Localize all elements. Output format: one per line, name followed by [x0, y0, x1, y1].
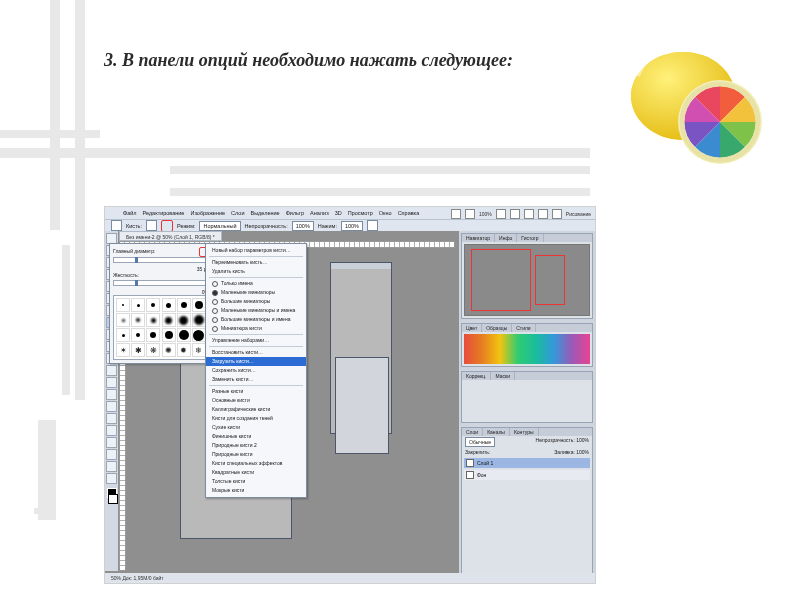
airbrush-icon[interactable] — [367, 220, 378, 231]
zoom-tool2-icon[interactable] — [106, 473, 117, 484]
layers-opacity-label: Непрозрачность: — [536, 437, 575, 443]
mode-select[interactable]: Нормальный — [199, 221, 240, 231]
ctx-stroke-thumb[interactable]: Миниатюра кисти — [206, 324, 306, 333]
menu-3d[interactable]: 3D — [335, 210, 342, 216]
layer-row[interactable]: Фон — [464, 470, 590, 480]
view-extras-icon[interactable] — [465, 209, 475, 219]
ctx-new-preset[interactable]: Новый набор параметров кисти… — [206, 246, 306, 255]
ctx-large-thumb[interactable]: Большие миниатюры — [206, 297, 306, 306]
workspace-switcher[interactable]: Рисование — [566, 211, 591, 217]
ctx-small-thumb[interactable]: Маленькие миниатюры — [206, 288, 306, 297]
menu-view[interactable]: Просмотр — [348, 210, 373, 216]
ctx-set-5[interactable]: Финишные кисти — [206, 432, 306, 441]
ctx-delete[interactable]: Удалить кисть — [206, 267, 306, 276]
menu-filter[interactable]: Фильтр — [286, 210, 304, 216]
menu-select[interactable]: Выделение — [250, 210, 279, 216]
document-tab[interactable]: Без имени-2 @ 50% (Слой 1, RGB/8) * — [119, 231, 222, 241]
menu-help[interactable]: Справка — [398, 210, 420, 216]
pen-tool-icon[interactable] — [106, 401, 117, 412]
ctx-set-8[interactable]: Кисти специальных эффектов — [206, 459, 306, 468]
layers-mode[interactable]: Обычные — [465, 437, 495, 447]
path-select-tool-icon[interactable] — [106, 425, 117, 436]
3d-tool-icon[interactable] — [106, 449, 117, 460]
brush-preset-panel: Главный диаметр: 35 px Жесткость: 0% — [109, 243, 213, 364]
inner-panel — [335, 357, 389, 454]
screen-mode-icon[interactable] — [552, 209, 562, 219]
tab-info[interactable]: Инфо — [495, 234, 517, 242]
hand-tool-icon[interactable] — [496, 209, 506, 219]
swatches-panel: Цвет Образцы Стили — [461, 323, 593, 367]
arrange-docs-icon[interactable] — [538, 209, 548, 219]
ctx-set-7[interactable]: Природные кисти — [206, 450, 306, 459]
ctx-rename[interactable]: Переименовать кисть… — [206, 258, 306, 267]
tab-adjustments[interactable]: Коррекц. — [462, 372, 491, 380]
menu-analysis[interactable]: Анализ — [310, 210, 329, 216]
ctx-large-list[interactable]: Большие миниатюры и имена — [206, 315, 306, 324]
gradient-tool-icon[interactable] — [106, 365, 117, 376]
mode-label: Режим: — [177, 223, 196, 229]
ctx-load[interactable]: Загрузить кисти… — [206, 357, 306, 366]
tab-swatches[interactable]: Образцы — [482, 324, 512, 332]
menu-window[interactable]: Окно — [379, 210, 392, 216]
ctx-set-4[interactable]: Сухие кисти — [206, 423, 306, 432]
launch-bridge-icon[interactable] — [451, 209, 461, 219]
opacity-field[interactable]: 100% — [292, 221, 314, 231]
rotate-view-icon[interactable] — [524, 209, 534, 219]
ctx-set-11[interactable]: Мокрые кисти — [206, 486, 306, 495]
visibility-icon[interactable] — [466, 471, 474, 479]
layer-name: Слой 1 — [477, 460, 493, 466]
layers-fill-value[interactable]: 100% — [576, 449, 589, 455]
brush-thumbnails[interactable]: ✶ ✱ ❋ ✺ ✹ ❄ — [113, 295, 209, 360]
tab-styles[interactable]: Стили — [512, 324, 535, 332]
type-tool-icon[interactable] — [106, 413, 117, 424]
menu-edit[interactable]: Редактирование — [143, 210, 185, 216]
swatches-grid[interactable] — [464, 334, 590, 364]
ctx-small-list[interactable]: Маленькие миниатюры и имена — [206, 306, 306, 315]
tab-navigator[interactable]: Навигатор — [462, 234, 495, 242]
tab-masks[interactable]: Маски — [491, 372, 514, 380]
ctx-reset[interactable]: Восстановить кисти… — [206, 348, 306, 357]
document-tabs: Без имени-2 @ 50% (Слой 1, RGB/8) * — [119, 231, 222, 241]
layer-row[interactable]: Слой 1 — [464, 458, 590, 468]
ctx-set-0[interactable]: Разные кисти — [206, 387, 306, 396]
zoom-tool-icon[interactable] — [510, 209, 520, 219]
tab-color[interactable]: Цвет — [462, 324, 482, 332]
opacity-label: Непрозрачность: — [245, 223, 288, 229]
ctx-set-9[interactable]: Квадратные кисти — [206, 468, 306, 477]
visibility-icon[interactable] — [466, 459, 474, 467]
menu-layer[interactable]: Слои — [231, 210, 244, 216]
tab-histogram[interactable]: Гистогр — [517, 234, 543, 242]
ctx-save[interactable]: Сохранить кисти… — [206, 366, 306, 375]
tool-preset-icon[interactable] — [111, 220, 122, 231]
ctx-set-2[interactable]: Каллиграфические кисти — [206, 405, 306, 414]
menu-file[interactable]: Файл — [123, 210, 137, 216]
hand-tool2-icon[interactable] — [106, 461, 117, 472]
hardness-label: Жесткость: — [113, 272, 209, 278]
navigator-thumbnail[interactable] — [464, 244, 590, 316]
tab-channels[interactable]: Каналы — [483, 428, 510, 436]
layers-opacity-value[interactable]: 100% — [576, 437, 589, 443]
background-swatch[interactable] — [108, 494, 118, 504]
ctx-names-only[interactable]: Только имена — [206, 279, 306, 288]
ctx-preset-manager[interactable]: Управление наборами… — [206, 336, 306, 345]
dodge-tool-icon[interactable] — [106, 389, 117, 400]
hardness-slider[interactable] — [113, 280, 209, 286]
flow-field[interactable]: 100% — [341, 221, 363, 231]
ctx-replace[interactable]: Заменить кисти… — [206, 375, 306, 384]
tab-paths[interactable]: Контуры — [510, 428, 539, 436]
brush-preview-icon[interactable] — [146, 220, 157, 231]
ctx-set-3[interactable]: Кисти для создания теней — [206, 414, 306, 423]
ctx-set-1[interactable]: Основные кисти — [206, 396, 306, 405]
menu-image[interactable]: Изображение — [190, 210, 225, 216]
blur-tool-icon[interactable] — [106, 377, 117, 388]
diameter-slider[interactable] — [113, 257, 209, 263]
slide-heading: 3. В панели опций необходимо нажать след… — [104, 50, 513, 71]
tab-layers[interactable]: Слои — [462, 428, 483, 436]
status-text: 50% Док: 1,95M/0 байт — [111, 575, 164, 581]
zoom-field[interactable]: 100% — [479, 211, 492, 217]
ctx-set-6[interactable]: Природные кисти 2 — [206, 441, 306, 450]
shape-tool-icon[interactable] — [106, 437, 117, 448]
ctx-set-10[interactable]: Толстые кисти — [206, 477, 306, 486]
status-bar: 50% Док: 1,95M/0 байт — [105, 573, 595, 583]
layers-fill-label: Заливка: — [554, 449, 575, 455]
